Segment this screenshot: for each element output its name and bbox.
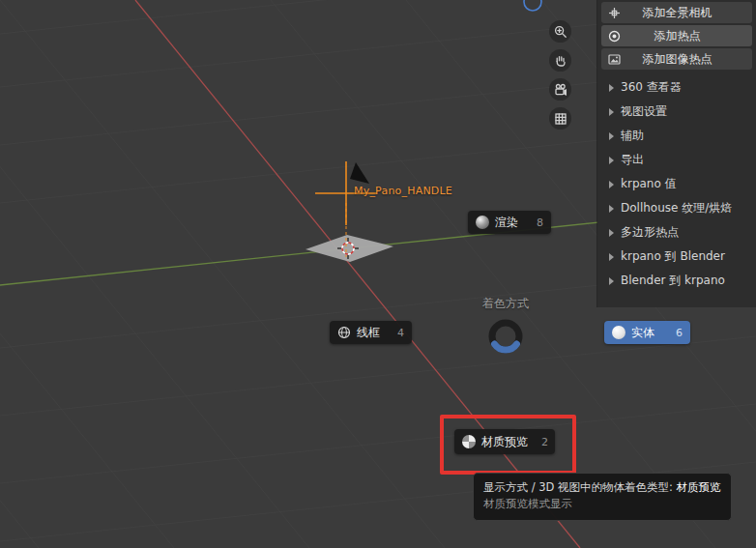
button-label: 添加图像热点 [622, 51, 746, 68]
solid-sphere-icon [612, 326, 625, 339]
section-360-viewer[interactable]: 360 查看器 [597, 75, 756, 100]
section-label: Dollhouse 纹理/烘焙 [621, 200, 732, 216]
zoom-in-button[interactable] [549, 20, 571, 43]
pie-item-label: 实体 [631, 325, 654, 341]
pie-center-widget [492, 323, 519, 350]
orthographic-toggle-button[interactable] [549, 107, 571, 130]
section-auxiliary[interactable]: 辅助 [597, 124, 756, 148]
button-label: 添加全景相机 [622, 5, 746, 21]
add-image-hotspot-button[interactable]: 添加图像热点 [601, 48, 752, 70]
section-label: 多边形热点 [621, 224, 679, 241]
shortcut-badge: 2 [534, 436, 548, 448]
chevron-right-icon [609, 132, 614, 140]
camera-view-button[interactable] [549, 78, 571, 101]
section-dollhouse-bake[interactable]: Dollhouse 纹理/烘焙 [597, 196, 756, 220]
pie-menu-title: 着色方式 [482, 296, 529, 312]
wireframe-sphere-icon [337, 326, 351, 339]
section-label: 360 查看器 [621, 79, 682, 96]
pan-hand-icon [554, 54, 567, 68]
chevron-right-icon [609, 181, 614, 188]
chevron-right-icon [609, 157, 614, 164]
tooltip-value: 材质预览 [677, 480, 721, 494]
chevron-right-icon [609, 108, 614, 116]
chevron-right-icon [609, 277, 614, 285]
x-axis-line [135, 0, 580, 548]
chevron-right-icon [609, 253, 614, 261]
pano-camera-icon [607, 6, 622, 20]
chevron-right-icon [609, 205, 614, 213]
object-label: My_Pano_HANDLE [354, 185, 452, 197]
pie-item-wireframe[interactable]: 线框 4 [330, 321, 412, 344]
grid-ortho-icon [554, 112, 567, 126]
pie-item-label: 渲染 [495, 215, 518, 231]
pan-view-button[interactable] [549, 49, 571, 72]
rendered-sphere-icon [476, 216, 489, 229]
chevron-right-icon [609, 229, 614, 237]
3d-viewport[interactable]: My_Pano_HANDLE [0, 0, 756, 548]
pie-item-rendered[interactable]: 渲染 8 [468, 211, 551, 234]
material-sphere-icon [462, 435, 476, 448]
button-label: 添加热点 [622, 28, 746, 44]
section-blender-to-krpano[interactable]: Blender 到 krpano [597, 269, 756, 293]
section-view-settings[interactable]: 视图设置 [597, 100, 756, 124]
section-label: 辅助 [621, 128, 644, 144]
tooltip-description: 显示方式 / 3D 视图中的物体着色类型: [483, 480, 673, 494]
image-hotspot-icon [607, 52, 622, 67]
rotate-gizmo-circle[interactable] [524, 0, 541, 11]
section-label: 视图设置 [621, 103, 667, 120]
section-polygon-hotspot[interactable]: 多边形热点 [597, 220, 756, 245]
chevron-right-icon [609, 84, 614, 92]
pie-item-material-preview[interactable]: 材质预览 2 [454, 429, 555, 454]
hotspot-icon [607, 29, 622, 43]
pie-item-solid[interactable]: 实体 6 [604, 321, 690, 344]
section-krpano-value[interactable]: krpano 值 [597, 172, 756, 196]
tooltip-subtext: 材质预览模式显示 [483, 496, 721, 512]
sidebar-panel: 添加全景相机 添加热点 添加图像热点 [597, 0, 756, 307]
section-label: krpano 值 [621, 176, 677, 192]
section-label: krpano 到 Blender [621, 248, 725, 265]
add-pano-camera-button[interactable]: 添加全景相机 [601, 2, 752, 23]
pie-item-label: 材质预览 [481, 434, 528, 450]
plane-object[interactable] [305, 235, 393, 262]
shortcut-badge: 6 [668, 327, 683, 339]
zoom-in-icon [554, 25, 567, 39]
section-krpano-to-blender[interactable]: krpano 到 Blender [597, 245, 756, 269]
tooltip: 显示方式 / 3D 视图中的物体着色类型: 材质预览 材质预览模式显示 [473, 473, 732, 521]
shortcut-badge: 8 [529, 216, 543, 229]
pie-item-label: 线框 [357, 325, 380, 341]
shortcut-badge: 4 [390, 327, 404, 339]
section-export[interactable]: 导出 [597, 148, 756, 172]
add-hotspot-button[interactable]: 添加热点 [601, 25, 752, 46]
section-label: 导出 [621, 152, 644, 168]
camera-view-icon [554, 83, 567, 97]
section-label: Blender 到 krpano [621, 273, 725, 289]
